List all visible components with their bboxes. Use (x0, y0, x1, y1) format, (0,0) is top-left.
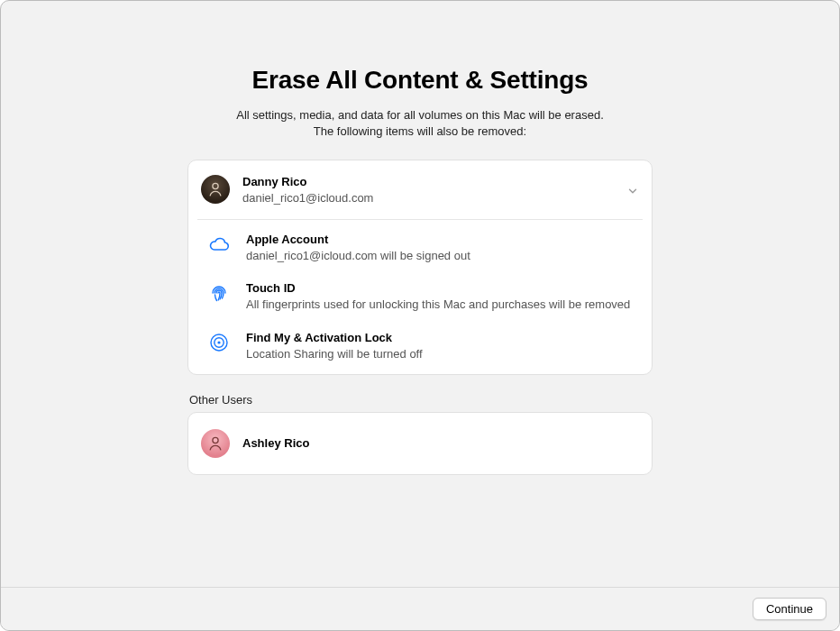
apple-account-row: Apple Account daniel_rico1@icloud.com wi… (188, 224, 652, 272)
avatar (201, 175, 230, 204)
apple-account-text: Apple Account daniel_rico1@icloud.com wi… (246, 233, 635, 263)
page-subtitle: All settings, media, and data for all vo… (236, 107, 604, 140)
touch-id-detail: All fingerprints used for unlocking this… (246, 297, 635, 313)
other-user-text: Ashley Rico (242, 436, 639, 452)
primary-user-card: Danny Rico daniel_rico1@icloud.com Apple… (187, 160, 653, 375)
avatar (201, 429, 230, 458)
find-my-title: Find My & Activation Lock (246, 331, 635, 346)
other-user-name: Ashley Rico (242, 436, 639, 452)
find-my-detail: Location Sharing will be turned off (246, 346, 635, 362)
erase-assistant-window: Erase All Content & Settings All setting… (0, 0, 840, 631)
touch-id-title: Touch ID (246, 281, 635, 297)
touch-id-row: Touch ID All fingerprints used for unloc… (188, 272, 652, 321)
fingerprint-icon (205, 281, 233, 310)
primary-user-email: daniel_rico1@icloud.com (242, 190, 614, 206)
findmy-icon (205, 331, 233, 360)
touch-id-text: Touch ID All fingerprints used for unloc… (246, 281, 635, 312)
svg-point-3 (217, 341, 220, 343)
page-title: Erase All Content & Settings (252, 66, 589, 95)
svg-point-4 (213, 438, 218, 444)
apple-account-detail: daniel_rico1@icloud.com will be signed o… (246, 248, 635, 264)
chevron-down-icon (626, 185, 639, 197)
find-my-row: Find My & Activation Lock Location Shari… (188, 322, 652, 370)
content-area: Erase All Content & Settings All setting… (1, 1, 839, 587)
other-user-row: Ashley Rico (188, 416, 652, 471)
apple-account-title: Apple Account (246, 233, 635, 248)
primary-user-text: Danny Rico daniel_rico1@icloud.com (242, 175, 614, 206)
find-my-text: Find My & Activation Lock Location Shari… (246, 331, 635, 361)
svg-point-0 (213, 184, 218, 189)
other-users-label: Other Users (187, 393, 653, 407)
cloud-icon (205, 233, 233, 261)
primary-user-name: Danny Rico (242, 175, 614, 190)
footer-bar: Continue (1, 587, 839, 630)
continue-button[interactable]: Continue (753, 598, 826, 620)
other-users-card: Ashley Rico (187, 412, 653, 475)
primary-user-row[interactable]: Danny Rico daniel_rico1@icloud.com (197, 164, 643, 219)
